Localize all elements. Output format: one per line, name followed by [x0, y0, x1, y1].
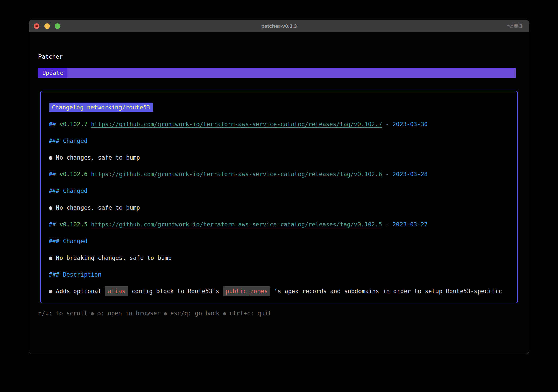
release-date: 2023-03-27: [393, 220, 428, 229]
app-title: Patcher: [38, 53, 520, 61]
bullet-icon: ●: [49, 287, 52, 296]
changelog-viewport[interactable]: Changelog networking/route53 ## v0.102.7…: [40, 91, 518, 303]
hint-open-browser: o: open in browser: [97, 309, 160, 318]
dot-separator-icon: ●: [223, 309, 226, 318]
changelog-item: ● Adds optional alias config block to Ro…: [49, 287, 510, 296]
patcher-window: patcher-v0.3.3 ⌥⌘3 Patcher Update Change…: [29, 20, 529, 354]
terminal-body: Patcher Update Changelog networking/rout…: [29, 53, 529, 318]
description-text-part: 's apex records and subdomains in order …: [274, 287, 502, 296]
bullet-icon: ●: [49, 153, 52, 162]
hint-go-back: esc/q: go back: [170, 309, 220, 318]
window-shortcut-badge: ⌥⌘3: [507, 23, 523, 29]
hint-scroll: ↑/↓: to scroll: [38, 309, 87, 318]
h2-marker: ##: [49, 170, 56, 179]
description-text-part: Adds optional: [56, 287, 102, 296]
release-date: 2023-03-30: [393, 120, 428, 128]
release-version: v0.102.7: [59, 120, 88, 128]
section-heading-label: ### Changed: [49, 136, 87, 145]
changelog-item: ● No changes, safe to bump: [49, 203, 510, 212]
changelog-item: ● No breaking changes, safe to bump: [49, 253, 510, 262]
section-heading-label: ### Description: [49, 270, 102, 279]
dash-separator: -: [386, 120, 389, 128]
release-link[interactable]: https://github.com/gruntwork-io/terrafor…: [91, 170, 382, 179]
h2-marker: ##: [49, 120, 56, 128]
bullet-icon: ●: [49, 253, 52, 262]
section-heading: ### Changed: [49, 237, 510, 245]
hint-quit: ctrl+c: quit: [229, 309, 271, 318]
release-heading: ## v0.102.6 https://github.com/gruntwork…: [49, 170, 510, 179]
dash-separator: -: [386, 220, 389, 229]
release-date: 2023-03-28: [393, 170, 428, 179]
bullet-icon: ●: [49, 203, 52, 212]
description-text-part: config block to Route53's: [132, 287, 219, 296]
window-title: patcher-v0.3.3: [29, 23, 529, 29]
dash-separator: -: [386, 170, 389, 179]
changelog-item-text: No changes, safe to bump: [56, 203, 140, 212]
help-bar: ↑/↓: to scroll ● o: open in browser ● es…: [38, 309, 520, 318]
section-heading: ### Changed: [49, 136, 510, 145]
changelog-badge: Changelog networking/route53: [49, 103, 153, 112]
release-version: v0.102.6: [59, 170, 88, 179]
desktop-background: patcher-v0.3.3 ⌥⌘3 Patcher Update Change…: [0, 0, 558, 392]
dot-separator-icon: ●: [164, 309, 167, 318]
section-heading-label: ### Changed: [49, 237, 87, 245]
dot-separator-icon: ●: [91, 309, 94, 318]
release-link[interactable]: https://github.com/gruntwork-io/terrafor…: [91, 220, 382, 229]
changelog-header-line: Changelog networking/route53: [49, 103, 510, 112]
section-heading-label: ### Changed: [49, 187, 87, 195]
release-link[interactable]: https://github.com/gruntwork-io/terrafor…: [91, 120, 382, 128]
changelog-item-text: No changes, safe to bump: [56, 153, 140, 162]
tab-update[interactable]: Update: [38, 68, 67, 78]
release-version: v0.102.5: [59, 220, 88, 229]
h2-marker: ##: [49, 220, 56, 229]
changelog-item-text: No breaking changes, safe to bump: [56, 253, 172, 262]
section-heading: ### Changed: [49, 187, 510, 195]
release-heading: ## v0.102.5 https://github.com/gruntwork…: [49, 220, 510, 229]
section-heading: ### Description: [49, 270, 510, 279]
window-titlebar: patcher-v0.3.3 ⌥⌘3: [29, 20, 529, 32]
inline-code-alias: alias: [105, 286, 128, 296]
inline-code-public-zones: public_zones: [223, 286, 270, 296]
tab-bar: Update: [38, 68, 516, 78]
release-heading: ## v0.102.7 https://github.com/gruntwork…: [49, 120, 510, 128]
changelog-item: ● No changes, safe to bump: [49, 153, 510, 162]
